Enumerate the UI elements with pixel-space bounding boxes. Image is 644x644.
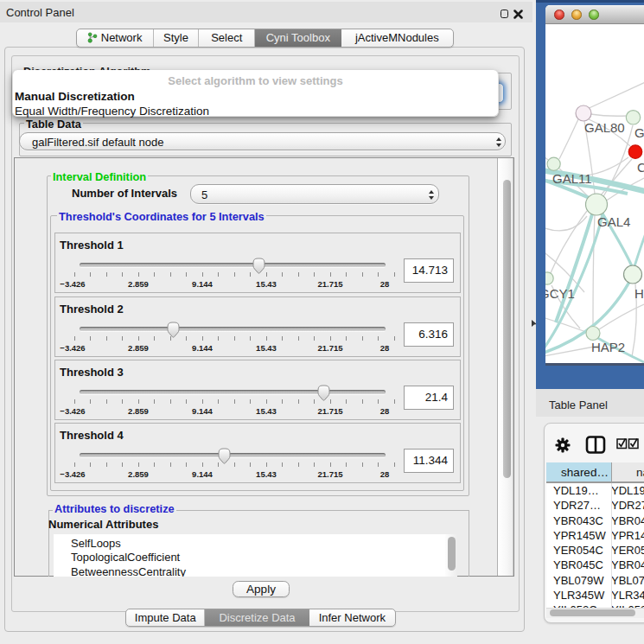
svg-text:C: C — [637, 160, 644, 175]
svg-text:H: H — [634, 286, 644, 301]
svg-text:GCY1: GCY1 — [545, 286, 575, 301]
svg-text:GAL4: GAL4 — [597, 214, 630, 229]
svg-text:GAL11: GAL11 — [552, 171, 592, 186]
svg-text:HAP2: HAP2 — [591, 340, 625, 354]
svg-text:GAL80: GAL80 — [584, 120, 625, 135]
svg-text:GC: GC — [634, 125, 644, 140]
